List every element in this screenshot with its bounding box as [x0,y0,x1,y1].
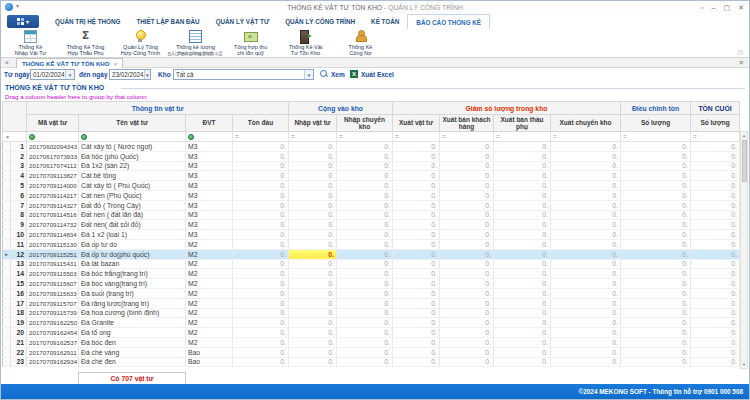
cell-value[interactable]: 0. [393,249,440,259]
cell-dvt[interactable]: M2 [186,279,233,289]
cell-value[interactable]: 0. [233,171,289,181]
filter-cell[interactable]: = [289,132,337,142]
cell-value[interactable]: 0. [551,269,621,279]
cell-value[interactable]: 0. [337,298,393,308]
cell-dvt[interactable]: M2 [186,337,233,347]
cell-ten-vat-tu[interactable]: Đá 1x2 (sàn 22) [79,161,186,171]
cell-value[interactable]: 0. [393,171,440,181]
cell-ma-vat-tu[interactable]: 20170709162250 [27,318,79,328]
cell-value[interactable]: 0. [440,269,494,279]
cell-value[interactable]: 0. [393,357,440,367]
cell-value[interactable]: 0. [691,151,740,161]
cell-value[interactable]: 0. [551,200,621,210]
cell-value[interactable]: 0. [233,151,289,161]
cell-value[interactable]: 0. [691,200,740,210]
cell-value[interactable]: 0. [440,151,494,161]
cell-value[interactable]: 0. [233,298,289,308]
cell-value[interactable]: 0. [621,230,691,240]
cell-value[interactable]: 0. [337,142,393,152]
cell-value[interactable]: 0. [621,239,691,249]
cell-ten-vat-tu[interactable]: Cát nền (Phú Quốc) [79,190,186,200]
cell-value[interactable]: 0. [393,298,440,308]
column-group-header[interactable]: Giảm số lượng trong kho [393,102,621,115]
cell-value[interactable]: 0. [551,142,621,152]
cell-value[interactable]: 0. [393,181,440,191]
warehouse-select[interactable]: Tất cả▾ [173,69,314,80]
cell-value[interactable]: 0. [621,210,691,220]
cell-value[interactable]: 0. [233,269,289,279]
cell-value[interactable]: 0. [393,230,440,240]
cell-value[interactable]: 0. [337,161,393,171]
cell-value[interactable]: 0. [393,210,440,220]
cell-value[interactable]: 0. [494,298,551,308]
cell-value[interactable]: 0. [551,337,621,347]
cell-value[interactable]: 0. [289,357,337,367]
cell-value[interactable]: 0. [337,239,393,249]
cell-value[interactable]: 0. [440,181,494,191]
cell-value[interactable]: 0. [494,181,551,191]
cell-value[interactable]: 0. [621,308,691,318]
cell-value[interactable]: 0. [233,347,289,357]
tab-scroll-close-icon[interactable]: × [5,59,9,66]
cell-value[interactable]: 0. [691,328,740,338]
cell-value[interactable]: 0. [440,279,494,289]
cell-dvt[interactable]: M3 [186,190,233,200]
filter-cell[interactable]: = [551,132,621,142]
cell-value[interactable]: 0. [337,210,393,220]
cell-value[interactable]: 0. [289,142,337,152]
cell-dvt[interactable]: M2 [186,318,233,328]
cell-ten-vat-tu[interactable]: Đá hộc (phú Quốc) [79,151,186,161]
cell-value[interactable]: 0. [233,249,289,259]
maximize-icon[interactable]: ▢ [724,2,731,13]
cell-ma-vat-tu[interactable]: 20170709115707 [27,298,79,308]
cell-ma-vat-tu[interactable]: 20170709162454 [27,328,79,338]
filter-cell[interactable] [186,132,233,142]
cell-ten-vat-tu[interactable]: Đá ốp tư do [79,239,186,249]
cell-value[interactable]: 0. [551,357,621,367]
cell-value[interactable]: 0. [691,190,740,200]
cell-value[interactable]: 0. [551,151,621,161]
cell-value[interactable]: 0. [337,220,393,230]
cell-value[interactable]: 0. [494,347,551,357]
cell-value[interactable]: 0. [494,142,551,152]
cell-value[interactable]: 0. [233,190,289,200]
cell-value[interactable]: 0. [440,230,494,240]
cell-ma-vat-tu[interactable]: 20170709115431 [27,259,79,269]
cell-dvt[interactable]: M3 [186,200,233,210]
cell-value[interactable]: 0. [289,161,337,171]
cell-value[interactable]: 0. [233,328,289,338]
cell-value[interactable]: 0. [233,142,289,152]
cell-value[interactable]: 0. [551,190,621,200]
cell-value[interactable]: 0. [691,357,740,367]
filter-cell[interactable] [79,132,186,142]
filter-cell[interactable]: = [440,132,494,142]
cell-value[interactable]: 0. [494,161,551,171]
cell-value[interactable]: 0. [337,230,393,240]
cell-value[interactable]: 0. [494,318,551,328]
ribbon-tab-5[interactable]: KẾ TOÁN [363,14,407,29]
dropdown-caret-icon[interactable]: ▾ [65,70,74,79]
cell-value[interactable]: 0. [440,259,494,269]
filter-cell[interactable]: = [337,132,393,142]
cell-value[interactable]: 0. [494,259,551,269]
cell-value[interactable]: 0. [494,200,551,210]
cell-ten-vat-tu[interactable]: Đất đỏ ( Trồng Cây) [79,200,186,210]
column-header-8[interactable]: Xuất bán khách hàng [440,115,494,132]
cell-value[interactable]: 0. [551,181,621,191]
cell-value[interactable]: 0. [440,171,494,181]
scrollbar-thumb[interactable] [742,140,747,182]
cell-value[interactable]: 0. [337,328,393,338]
cell-value[interactable]: 0. [337,357,393,367]
cell-ma-vat-tu[interactable]: 20170709114732 [27,220,79,230]
cell-value[interactable]: 0. [494,151,551,161]
application-menu-button[interactable]: ▾ [7,15,39,28]
cell-value[interactable]: 0. [621,161,691,171]
cell-ten-vat-tu[interactable]: Cát bê tông [79,171,186,181]
cell-value[interactable]: 0. [233,239,289,249]
to-date-input[interactable]: 23/02/2024▾ [109,69,151,80]
cell-value[interactable]: 0. [551,318,621,328]
cell-value[interactable]: 0. [621,142,691,152]
cell-value[interactable]: 0. [393,279,440,289]
cell-value[interactable]: 0. [337,181,393,191]
cell-value[interactable]: 0. [289,190,337,200]
